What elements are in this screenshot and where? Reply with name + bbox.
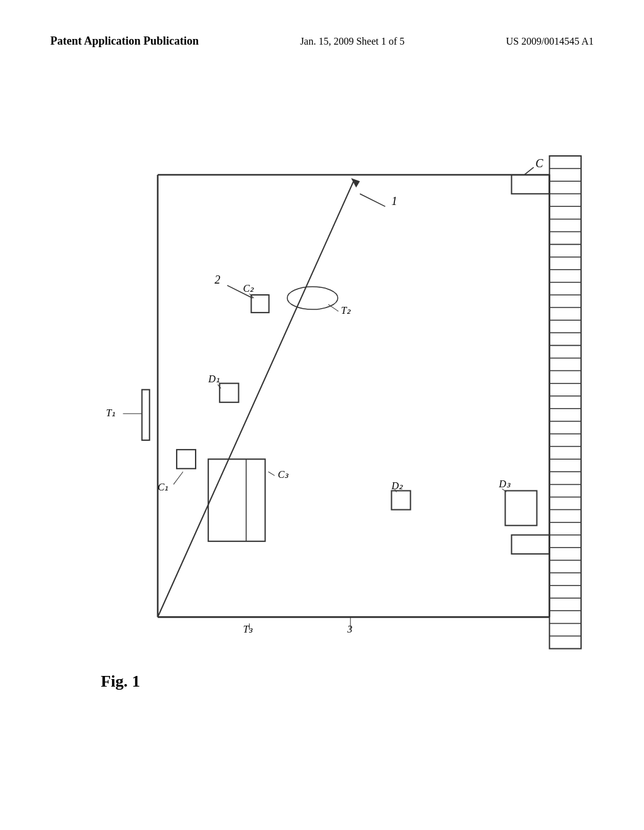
svg-rect-61 — [208, 459, 265, 541]
svg-rect-52 — [142, 390, 150, 440]
label-D1: D₁ — [208, 374, 219, 384]
svg-rect-64 — [392, 490, 411, 509]
label-T3: T₃ — [243, 624, 253, 634]
svg-rect-53 — [177, 450, 196, 468]
patent-diagram: 1 2 C T₁ C₁ C₂ T₂ D₁ — [50, 94, 594, 767]
label-C1: C₁ — [158, 482, 169, 492]
label-ref1: 1 — [392, 195, 397, 208]
publication-title: Patent Application Publication — [50, 35, 199, 48]
label-T2: T₂ — [341, 305, 351, 316]
svg-rect-59 — [219, 384, 238, 402]
label-C2: C₂ — [243, 283, 254, 294]
label-D3: D₃ — [498, 479, 511, 489]
svg-rect-0 — [550, 156, 581, 649]
label-D2: D₂ — [391, 480, 404, 491]
svg-rect-50 — [511, 535, 549, 554]
page-header: Patent Application Publication Jan. 15, … — [50, 35, 594, 48]
svg-line-46 — [360, 194, 385, 206]
figure-label: Fig. 1 — [101, 672, 140, 690]
label-refC: C — [536, 157, 544, 170]
label-T1: T₁ — [106, 407, 115, 418]
label-ref3: 3 — [347, 624, 352, 634]
svg-line-58 — [328, 304, 338, 311]
publication-date: Jan. 15, 2009 Sheet 1 of 5 — [300, 36, 404, 47]
svg-line-44 — [158, 181, 353, 617]
publication-number: US 2009/0014545 A1 — [506, 36, 594, 47]
svg-rect-55 — [251, 295, 269, 313]
svg-line-54 — [174, 472, 183, 484]
svg-rect-66 — [505, 490, 536, 525]
diagram-area: 1 2 C T₁ C₁ C₂ T₂ D₁ — [50, 94, 594, 767]
label-ref2: 2 — [214, 274, 220, 286]
svg-line-48 — [524, 167, 533, 175]
label-C3: C₃ — [278, 469, 289, 480]
svg-rect-49 — [511, 175, 549, 194]
svg-line-63 — [269, 472, 275, 475]
